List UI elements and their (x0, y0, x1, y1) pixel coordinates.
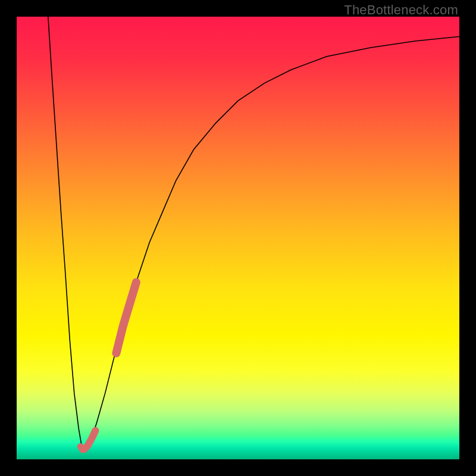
chart-frame: TheBottleneck.com (0, 0, 476, 476)
watermark-text: TheBottleneck.com (344, 2, 458, 18)
plot-area (17, 17, 459, 459)
highlight-hook (80, 446, 84, 449)
bottleneck-curve (48, 17, 459, 450)
chart-svg (17, 17, 459, 459)
highlight-band-upper (116, 282, 136, 353)
